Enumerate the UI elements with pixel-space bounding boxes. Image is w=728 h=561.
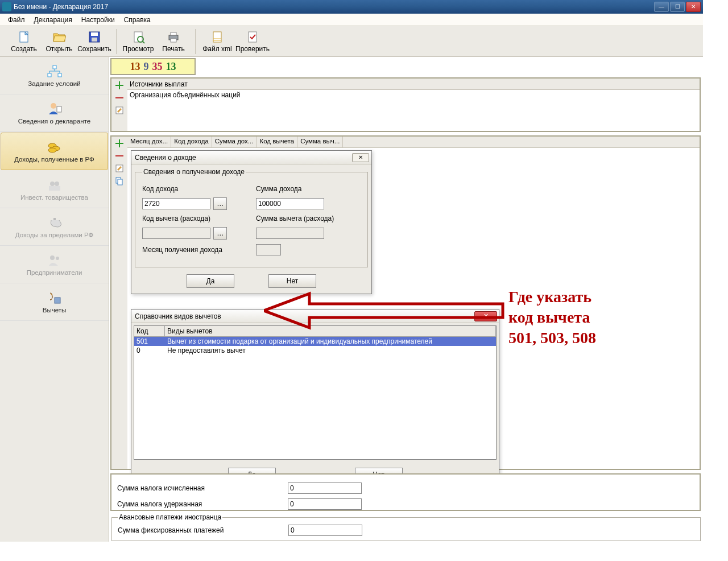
sources-panel: Источники выплат Организация объединённы… — [110, 77, 701, 132]
reference-dialog: Справочник видов вычетов ✕ Код Виды выче… — [131, 309, 499, 490]
sources-toolbar — [111, 79, 127, 131]
create-button[interactable]: Создать — [7, 27, 41, 56]
sidebar-item-deductions[interactable]: Вычеты — [0, 283, 109, 321]
deduction-sum-input[interactable] — [256, 228, 324, 239]
income-dialog-no-button[interactable]: Нет — [268, 274, 316, 288]
titlebar: Без имени - Декларация 2017 — ☐ ✕ — [0, 0, 703, 14]
sidebar: Задание условий Сведения о декларанте До… — [0, 57, 109, 542]
svg-point-29 — [56, 257, 59, 260]
annotation-text: Где указать код вычета 501, 503, 508 — [508, 287, 596, 348]
sidebar-item-conditions[interactable]: Задание условий — [0, 57, 109, 94]
open-button[interactable]: Открыть — [42, 27, 76, 56]
svg-rect-26 — [49, 186, 60, 191]
svg-rect-33 — [115, 155, 123, 156]
bag-icon — [47, 216, 63, 229]
menu-settings[interactable]: Настройки — [78, 15, 118, 25]
reference-row[interactable]: 501 Вычет из стоимости подарка от органи… — [134, 337, 496, 346]
new-file-icon — [17, 30, 31, 44]
check-button[interactable]: Проверить — [235, 27, 270, 56]
svg-point-19 — [51, 103, 56, 109]
app-icon — [2, 2, 11, 11]
preview-icon — [131, 30, 145, 44]
svg-rect-12 — [53, 65, 56, 69]
deduction-code-input[interactable] — [142, 228, 210, 239]
svg-rect-20 — [57, 106, 61, 112]
svg-rect-30 — [55, 298, 60, 303]
window-title: Без имени - Декларация 2017 — [14, 3, 108, 11]
conditions-icon — [47, 64, 63, 78]
remove-icon[interactable] — [115, 151, 124, 160]
xml-button[interactable]: Файл xml — [200, 27, 234, 56]
reference-grid: Код Виды вычетов 501 Вычет из стоимости … — [134, 325, 497, 460]
menu-declaration[interactable]: Декларация — [31, 15, 76, 25]
tax-withheld-input[interactable] — [288, 498, 362, 510]
menu-file[interactable]: Файл — [5, 15, 28, 25]
fixed-payments-input[interactable] — [288, 525, 362, 536]
app-window: Без имени - Декларация 2017 — ☐ ✕ Файл Д… — [0, 0, 703, 542]
sidebar-item-income-rf[interactable]: Доходы, полученные в РФ — [1, 133, 108, 170]
coins-icon — [47, 140, 63, 154]
income-panel: Месяц дох... Код дохода Сумма дох... Код… — [110, 135, 701, 470]
income-columns: Месяц дох... Код дохода Сумма дох... Код… — [127, 137, 700, 148]
save-disk-icon — [88, 30, 101, 44]
svg-rect-8 — [171, 32, 176, 35]
income-month-input[interactable] — [256, 244, 281, 255]
sidebar-item-income-foreign: Доходы за пределами РФ — [0, 208, 109, 246]
advance-payments: Авансовые платежи иностранца Сумма фикси… — [111, 513, 701, 539]
income-dialog-yes-button[interactable]: Да — [187, 274, 234, 288]
income-code-picker[interactable]: … — [213, 197, 227, 210]
svg-rect-2 — [91, 32, 98, 36]
person-icon — [47, 102, 63, 116]
add-icon[interactable] — [115, 81, 124, 90]
svg-rect-11 — [249, 32, 257, 42]
tax-rate-tabs[interactable]: 13 9 35 13 — [110, 58, 196, 75]
add-icon[interactable] — [115, 139, 124, 148]
minimize-button[interactable]: — — [654, 2, 669, 12]
sidebar-item-declarant[interactable]: Сведения о декларанте — [0, 94, 109, 132]
tax-summary: Сумма налога исчисленная Сумма налога уд… — [110, 473, 701, 511]
save-button[interactable]: Сохранить — [77, 27, 111, 56]
remove-icon[interactable] — [115, 93, 124, 102]
close-button[interactable]: ✕ — [686, 2, 701, 12]
deduction-code-picker[interactable]: … — [213, 227, 227, 240]
annotation-arrow — [264, 288, 508, 333]
dialog-close-button[interactable]: ✕ — [352, 153, 369, 162]
dialog-title: Сведения о доходе — [135, 154, 196, 162]
partnership-icon — [47, 178, 63, 192]
toolbar: Создать Открыть Сохранить Просмотр Печат… — [0, 26, 703, 57]
reference-row[interactable]: 0 Не предоставлять вычет — [134, 346, 496, 355]
preview-button[interactable]: Просмотр — [121, 27, 155, 56]
svg-line-6 — [142, 41, 144, 43]
svg-marker-37 — [264, 294, 503, 328]
svg-rect-13 — [48, 73, 51, 77]
check-file-icon — [246, 30, 259, 44]
sidebar-item-entrepreneurs: Предприниматели — [0, 246, 109, 283]
sidebar-item-invest: Инвест. товарищества — [0, 171, 109, 208]
tax-calculated-input[interactable] — [288, 482, 362, 494]
entrepreneurs-icon — [47, 253, 63, 267]
edit-icon[interactable] — [115, 106, 124, 115]
repeat-icon[interactable] — [115, 176, 124, 185]
print-icon — [167, 30, 180, 44]
income-code-input[interactable] — [142, 198, 210, 209]
svg-rect-36 — [118, 179, 122, 185]
content-area: 13 9 35 13 Источники выплат Организация … — [109, 57, 703, 542]
menu-help[interactable]: Справка — [121, 15, 154, 25]
reference-dialog-title: Справочник видов вычетов — [135, 312, 221, 320]
svg-point-25 — [55, 182, 59, 186]
print-button[interactable]: Печать — [156, 27, 191, 56]
open-folder-icon — [52, 30, 66, 44]
svg-rect-3 — [92, 38, 97, 42]
income-toolbar — [111, 137, 127, 469]
svg-rect-14 — [58, 73, 61, 77]
edit-icon[interactable] — [115, 164, 124, 173]
svg-rect-31 — [115, 97, 123, 98]
svg-point-28 — [50, 255, 55, 260]
svg-point-24 — [50, 182, 55, 186]
source-row[interactable]: Организация объединённых наций — [127, 90, 700, 100]
income-sum-input[interactable] — [256, 198, 324, 209]
menubar: Файл Декларация Настройки Справка — [0, 14, 703, 26]
deductions-icon — [47, 291, 63, 304]
svg-point-23 — [48, 148, 56, 152]
maximize-button[interactable]: ☐ — [670, 2, 685, 12]
